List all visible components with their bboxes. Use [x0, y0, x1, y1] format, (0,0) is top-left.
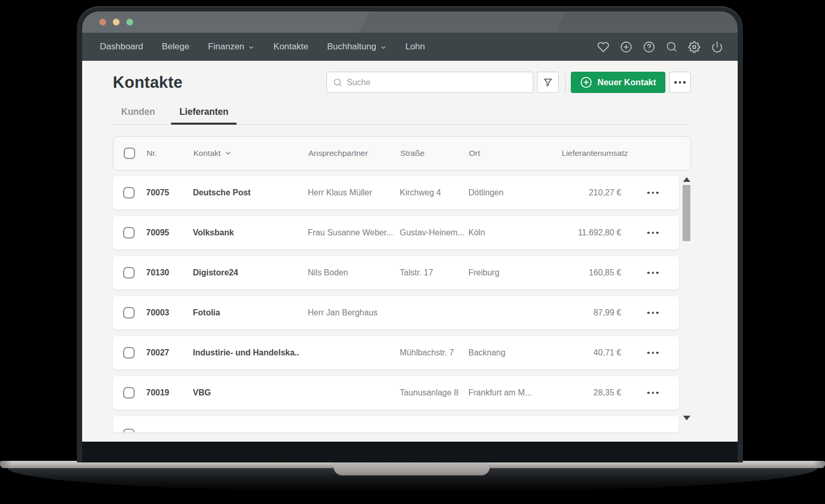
- nav-item-dashboard[interactable]: Dashboard: [100, 42, 143, 52]
- nav-label: Belege: [162, 42, 189, 52]
- scroll-up-arrow[interactable]: [683, 177, 690, 182]
- laptop-screen: Dashboard Belege Finanzen Kontakte Buchh…: [82, 11, 738, 462]
- row-menu-button[interactable]: [637, 192, 669, 194]
- row-menu-button[interactable]: [637, 352, 669, 354]
- more-actions-button[interactable]: [669, 72, 691, 93]
- power-icon[interactable]: [711, 41, 723, 53]
- nav-label: Kontakte: [273, 42, 308, 52]
- traffic-lights: [99, 19, 133, 25]
- nav-item-belege[interactable]: Belege: [162, 42, 189, 52]
- page-title: Kontakte: [113, 73, 182, 92]
- cell-kontakt: Digistore24: [193, 268, 308, 277]
- zoom-window-button[interactable]: [126, 19, 133, 25]
- cell-kontakt: Deutsche Post: [193, 188, 308, 197]
- cell-kontakt: VBG: [193, 388, 308, 397]
- ellipsis-icon: [674, 81, 686, 84]
- table-row[interactable]: 70027 Industirie- und Handelska.. Mühlba…: [113, 336, 679, 369]
- cell-ansprechpartner: Nils Boden: [308, 268, 400, 277]
- plus-circle-icon[interactable]: [620, 41, 632, 53]
- help-circle-icon[interactable]: [643, 41, 655, 53]
- table-row-partial: [113, 416, 679, 432]
- table-row[interactable]: 70003 Fotolia Herr Jan Berghaus 87,99 €: [113, 296, 679, 329]
- stage: Dashboard Belege Finanzen Kontakte Buchh…: [0, 0, 825, 504]
- nav-label: Dashboard: [100, 42, 143, 52]
- nav-item-buchhaltung[interactable]: Buchhaltung: [327, 42, 387, 52]
- scroll-thumb[interactable]: [683, 185, 690, 241]
- search-box: [326, 72, 533, 93]
- new-contact-button[interactable]: Neuer Kontakt: [571, 72, 665, 93]
- cell-lieferantenumsatz: 87,99 €: [541, 308, 637, 317]
- funnel-icon: [543, 77, 553, 88]
- settings-icon[interactable]: [688, 41, 700, 53]
- select-all-checkbox[interactable]: [124, 148, 135, 159]
- scrollbar: [683, 176, 691, 423]
- table-row[interactable]: 70130 Digistore24 Nils Boden Talstr. 17 …: [113, 256, 679, 289]
- row-checkbox[interactable]: [123, 187, 135, 198]
- table-row[interactable]: 70019 VBG Taunusanlage 8 Frankfurt am M.…: [113, 376, 679, 409]
- nav-item-finanzen[interactable]: Finanzen: [208, 42, 255, 52]
- scroll-down-arrow[interactable]: [683, 416, 690, 420]
- cell-nr: 70130: [146, 268, 193, 277]
- tab-kunden[interactable]: Kunden: [113, 107, 163, 124]
- close-window-button[interactable]: [99, 19, 106, 25]
- row-checkbox[interactable]: [123, 227, 135, 238]
- glare-shadow: [551, 11, 738, 33]
- filter-button[interactable]: [537, 72, 559, 93]
- row-menu-button[interactable]: [637, 272, 669, 274]
- laptop-bezel: Dashboard Belege Finanzen Kontakte Buchh…: [77, 6, 743, 462]
- nav-item-kontakte[interactable]: Kontakte: [273, 42, 308, 52]
- cell-ort: Frankfurt am M...: [468, 388, 541, 397]
- row-checkbox[interactable]: [123, 347, 135, 359]
- cell-lieferantenumsatz: 40,71 €: [541, 348, 637, 357]
- cell-ort: Backnang: [468, 348, 541, 357]
- search-input[interactable]: [347, 78, 527, 87]
- search-icon: [333, 78, 342, 87]
- table-row[interactable]: 70075 Deutsche Post Herr Klaus Müller Ki…: [113, 176, 679, 209]
- table-row[interactable]: 70095 Volksbank Frau Susanne Weber... Gu…: [113, 216, 679, 249]
- cell-nr: 70095: [146, 228, 193, 237]
- cell-lieferantenumsatz: 11.692,80 €: [541, 228, 637, 237]
- new-contact-label: Neuer Kontakt: [597, 77, 656, 87]
- cell-nr: 70019: [146, 388, 193, 397]
- sort-chevron-down-icon: [225, 150, 232, 157]
- row-checkbox[interactable]: [123, 387, 135, 399]
- row-menu-button[interactable]: [637, 232, 669, 234]
- table-header: Nr. Kontakt Ansprechpartner Straße Ort L…: [113, 136, 691, 170]
- minimize-window-button[interactable]: [113, 19, 120, 25]
- cell-ort: Freiburg: [468, 268, 541, 277]
- cell-lieferantenumsatz: 210,27 €: [541, 188, 637, 197]
- cell-ansprechpartner: Herr Jan Berghaus: [308, 308, 400, 317]
- nav-icon-group: [597, 41, 723, 53]
- chevron-down-icon: [248, 44, 255, 51]
- row-list: 70075 Deutsche Post Herr Klaus Müller Ki…: [113, 176, 679, 409]
- nav-item-lohn[interactable]: Lohn: [405, 42, 425, 52]
- cell-kontakt: Fotolia: [193, 308, 308, 317]
- cell-strasse: Mühlbachstr. 7: [400, 348, 468, 357]
- cell-kontakt: Industirie- und Handelska..: [193, 348, 308, 357]
- row-menu-button[interactable]: [637, 312, 669, 314]
- cell-strasse: Talstr. 17: [400, 268, 468, 277]
- cell-lieferantenumsatz: 28,35 €: [541, 388, 637, 397]
- plus-circle-icon: [580, 76, 592, 88]
- nav-label: Finanzen: [208, 42, 244, 52]
- column-header-strasse[interactable]: Straße: [400, 149, 469, 158]
- cell-strasse: Taunusanlage 8: [400, 388, 468, 397]
- cell-lieferantenumsatz: 160,85 €: [541, 268, 637, 277]
- column-header-ansprechpartner[interactable]: Ansprechpartner: [308, 149, 400, 158]
- cell-ort: Dötlingen: [468, 188, 541, 197]
- heart-icon[interactable]: [597, 41, 609, 53]
- row-checkbox[interactable]: [123, 267, 135, 278]
- column-header-lieferantenumsatz[interactable]: Lieferantenumsatz: [542, 149, 649, 158]
- column-header-nr[interactable]: Nr.: [147, 149, 193, 158]
- cell-ansprechpartner: Frau Susanne Weber...: [308, 228, 400, 237]
- row-menu-button[interactable]: [637, 392, 669, 394]
- toolbar: Kontakte Neuer Kontakt: [113, 72, 691, 93]
- row-checkbox[interactable]: [123, 307, 135, 319]
- page-content: Kontakte Neuer Kontakt: [82, 61, 738, 442]
- nav-label: Lohn: [405, 42, 425, 52]
- column-header-ort[interactable]: Ort: [469, 149, 542, 158]
- search-icon[interactable]: [666, 41, 677, 52]
- column-header-kontakt[interactable]: Kontakt: [193, 149, 308, 158]
- row-checkbox[interactable]: [123, 429, 135, 432]
- tab-lieferanten[interactable]: Lieferanten: [171, 107, 237, 124]
